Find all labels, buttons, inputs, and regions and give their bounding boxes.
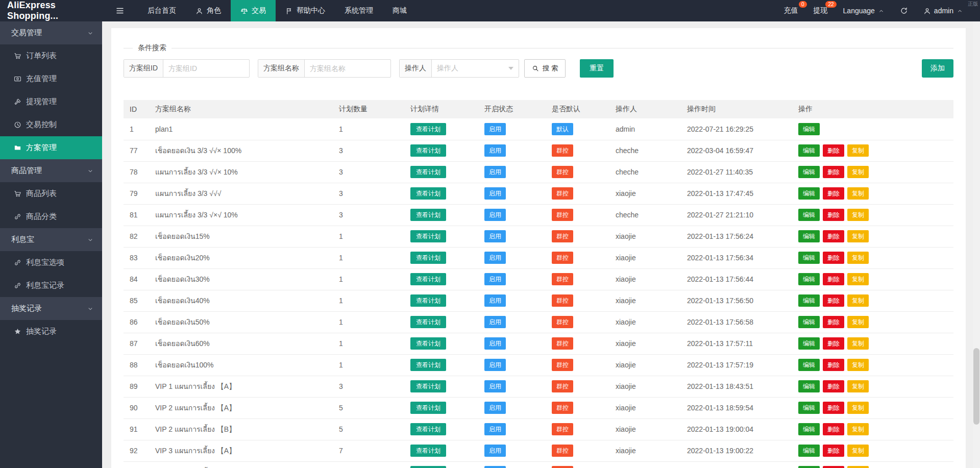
delete-button[interactable]: 删除: [823, 166, 844, 178]
search-button[interactable]: 搜 索: [524, 59, 566, 78]
scrollbar-thumb[interactable]: [973, 348, 979, 425]
status-button[interactable]: 启用: [484, 380, 506, 392]
copy-button[interactable]: 复制: [847, 337, 869, 350]
view-plan-button[interactable]: 查看计划: [410, 123, 446, 135]
default-badge-button[interactable]: 群控: [552, 187, 573, 200]
status-button[interactable]: 启用: [484, 273, 506, 285]
status-button[interactable]: 启用: [484, 359, 506, 371]
sidebar-item-6[interactable]: 方案管理: [0, 136, 102, 159]
status-button[interactable]: 启用: [484, 466, 506, 468]
default-badge-button[interactable]: 群控: [552, 273, 573, 285]
status-button[interactable]: 启用: [484, 252, 506, 264]
view-plan-button[interactable]: 查看计划: [410, 423, 446, 435]
default-badge-button[interactable]: 群控: [552, 230, 573, 242]
edit-button[interactable]: 编辑: [798, 252, 820, 264]
plan-group-id-input[interactable]: [163, 60, 249, 77]
view-plan-button[interactable]: 查看计划: [410, 144, 446, 157]
copy-button[interactable]: 复制: [847, 466, 869, 468]
view-plan-button[interactable]: 查看计划: [410, 445, 446, 457]
sidebar-item-11[interactable]: 利息宝选项: [0, 251, 102, 274]
sidebar-toggle-button[interactable]: [102, 0, 138, 21]
copy-button[interactable]: 复制: [847, 230, 869, 242]
default-badge-button[interactable]: 群控: [552, 252, 573, 264]
copy-button[interactable]: 复制: [847, 144, 869, 157]
delete-button[interactable]: 删除: [823, 316, 844, 328]
refresh-button[interactable]: [892, 0, 916, 21]
delete-button[interactable]: 删除: [823, 144, 844, 157]
sidebar-item-8[interactable]: 商品列表: [0, 182, 102, 205]
delete-button[interactable]: 删除: [823, 273, 844, 285]
default-badge-button[interactable]: 群控: [552, 294, 573, 307]
edit-button[interactable]: 编辑: [798, 359, 820, 371]
default-badge-button[interactable]: 群控: [552, 337, 573, 350]
delete-button[interactable]: 删除: [823, 252, 844, 264]
delete-button[interactable]: 删除: [823, 187, 844, 200]
view-plan-button[interactable]: 查看计划: [410, 209, 446, 221]
edit-button[interactable]: 编辑: [798, 273, 820, 285]
default-badge-button[interactable]: 群控: [552, 466, 573, 468]
default-badge-button[interactable]: 群控: [552, 166, 573, 178]
delete-button[interactable]: 删除: [823, 402, 844, 414]
delete-button[interactable]: 删除: [823, 337, 844, 350]
delete-button[interactable]: 删除: [823, 209, 844, 221]
edit-button[interactable]: 编辑: [798, 402, 820, 414]
add-button[interactable]: 添加: [922, 59, 953, 78]
default-badge-button[interactable]: 群控: [552, 423, 573, 435]
view-plan-button[interactable]: 查看计划: [410, 294, 446, 307]
status-button[interactable]: 启用: [484, 337, 506, 350]
edit-button[interactable]: 编辑: [798, 187, 820, 200]
status-button[interactable]: 启用: [484, 316, 506, 328]
view-plan-button[interactable]: 查看计划: [410, 187, 446, 200]
delete-button[interactable]: 删除: [823, 380, 844, 392]
view-plan-button[interactable]: 查看计划: [410, 230, 446, 242]
view-plan-button[interactable]: 查看计划: [410, 166, 446, 178]
status-button[interactable]: 启用: [484, 445, 506, 457]
edit-button[interactable]: 编辑: [798, 123, 820, 135]
sidebar-item-9[interactable]: 商品分类: [0, 205, 102, 228]
edit-button[interactable]: 编辑: [798, 445, 820, 457]
status-button[interactable]: 启用: [484, 230, 506, 242]
sidebar-group-13[interactable]: 抽奖记录: [0, 297, 102, 320]
reset-button[interactable]: 重置: [580, 59, 614, 78]
copy-button[interactable]: 复制: [847, 316, 869, 328]
delete-button[interactable]: 删除: [823, 230, 844, 242]
sidebar-item-14[interactable]: 抽奖记录: [0, 320, 102, 343]
copy-button[interactable]: 复制: [847, 252, 869, 264]
sidebar-group-1[interactable]: 交易管理: [0, 21, 102, 44]
language-menu[interactable]: Language: [836, 0, 892, 21]
view-plan-button[interactable]: 查看计划: [410, 466, 446, 468]
view-plan-button[interactable]: 查看计划: [410, 380, 446, 392]
status-button[interactable]: 启用: [484, 423, 506, 435]
sidebar-group-10[interactable]: 利息宝: [0, 228, 102, 251]
view-plan-button[interactable]: 查看计划: [410, 359, 446, 371]
sidebar-item-5[interactable]: 交易控制: [0, 113, 102, 136]
copy-button[interactable]: 复制: [847, 359, 869, 371]
edit-button[interactable]: 编辑: [798, 337, 820, 350]
copy-button[interactable]: 复制: [847, 380, 869, 392]
default-badge-button[interactable]: 群控: [552, 316, 573, 328]
copy-button[interactable]: 复制: [847, 423, 869, 435]
default-badge-button[interactable]: 群控: [552, 402, 573, 414]
default-badge-button[interactable]: 默认: [552, 123, 573, 135]
delete-button[interactable]: 删除: [823, 445, 844, 457]
copy-button[interactable]: 复制: [847, 166, 869, 178]
sidebar-group-7[interactable]: 商品管理: [0, 159, 102, 182]
plan-group-name-input[interactable]: [305, 60, 390, 77]
nav-item-3[interactable]: 交易: [231, 0, 276, 21]
copy-button[interactable]: 复制: [847, 402, 869, 414]
delete-button[interactable]: 删除: [823, 423, 844, 435]
delete-button[interactable]: 删除: [823, 466, 844, 468]
copy-button[interactable]: 复制: [847, 294, 869, 307]
copy-button[interactable]: 复制: [847, 187, 869, 200]
status-button[interactable]: 启用: [484, 123, 506, 135]
nav-item-4[interactable]: 帮助中心: [276, 0, 335, 21]
default-badge-button[interactable]: 群控: [552, 144, 573, 157]
user-menu[interactable]: admin: [916, 0, 971, 21]
edit-button[interactable]: 编辑: [798, 316, 820, 328]
status-button[interactable]: 启用: [484, 166, 506, 178]
default-badge-button[interactable]: 群控: [552, 445, 573, 457]
withdraw-menu-item[interactable]: 提现 22: [806, 0, 836, 21]
status-button[interactable]: 启用: [484, 402, 506, 414]
delete-button[interactable]: 删除: [823, 359, 844, 371]
sidebar-item-12[interactable]: 利息宝记录: [0, 274, 102, 297]
